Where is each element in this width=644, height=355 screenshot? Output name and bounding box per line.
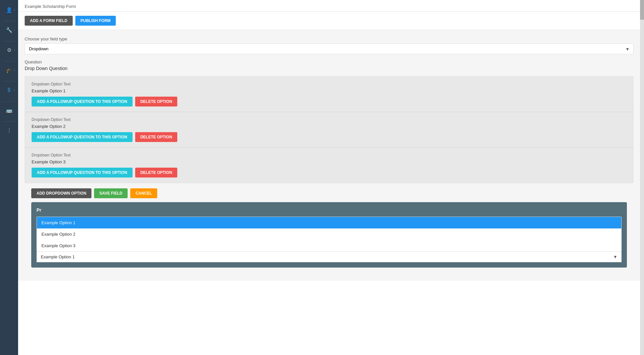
chevron-icon: ‹ (14, 68, 15, 72)
sidebar-item-person[interactable]: 👤 ‹ (3, 3, 16, 16)
preview-text: Pr (37, 207, 41, 213)
add-followup-3-button[interactable]: ADD A FOLLOWUP QUESTION TO THIS OPTION (32, 168, 133, 178)
sidebar-item-graduation[interactable]: 🎓 ‹ (3, 63, 16, 77)
add-dropdown-option-button[interactable]: ADD DROPDOWN OPTION (31, 188, 91, 198)
field-type-section: Choose your field type Dropdown ▼ (25, 36, 633, 54)
sidebar-item-bus[interactable]: 🚌 (3, 104, 16, 117)
dropdown-selected-text: Example Option 1 (41, 254, 75, 259)
option-2-actions: ADD A FOLLOWUP QUESTION TO THIS OPTION D… (32, 132, 627, 142)
dropdown-current-value[interactable]: Example Option 1 ▼ (37, 252, 622, 262)
publish-form-button[interactable]: PUBLISH FORM (75, 16, 116, 26)
dropdown-open-list: Example Option 1 Example Option 2 Exampl… (37, 217, 622, 252)
sidebar-item-grid[interactable]: ⋮ (3, 124, 16, 137)
option-3-actions: ADD A FOLLOWUP QUESTION TO THIS OPTION D… (32, 168, 627, 178)
field-type-select[interactable]: Dropdown (25, 43, 633, 54)
sidebar-divider-3 (3, 61, 15, 61)
option-block-2: Dropdown Option Text Example Option 2 AD… (25, 112, 633, 148)
add-followup-1-button[interactable]: ADD A FOLLOWUP QUESTION TO THIS OPTION (32, 97, 133, 106)
scrollbar-thumb[interactable] (640, 0, 644, 20)
page-title: Example Scholarship Form (25, 4, 76, 9)
delete-option-3-button[interactable]: DELETE OPTION (135, 168, 178, 178)
tools-icon: 🔧 (6, 27, 12, 33)
question-section: Question Drop Down Question (25, 59, 633, 71)
delete-option-1-button[interactable]: DELETE OPTION (135, 97, 178, 106)
chevron-icon: ‹ (14, 88, 15, 92)
option-block-3: Dropdown Option Text Example Option 3 AD… (25, 148, 633, 183)
add-followup-2-button[interactable]: ADD A FOLLOWUP QUESTION TO THIS OPTION (32, 132, 133, 142)
bus-icon: 🚌 (6, 107, 12, 113)
sidebar-divider-6 (3, 121, 15, 122)
form-area: Choose your field type Dropdown ▼ Questi… (18, 30, 640, 281)
preview-option-1[interactable]: Example Option 1 (37, 217, 621, 228)
grid-icon: ⋮ (7, 127, 12, 133)
option-1-text: Example Option 1 (32, 88, 627, 93)
main-content: Example Scholarship Form ADD A FORM FIEL… (18, 0, 640, 355)
settings-icon: ⚙ (7, 47, 12, 53)
option-3-field-label: Dropdown Option Text (32, 153, 627, 157)
sidebar-item-tools[interactable]: 🔧 ‹ (3, 23, 16, 36)
option-2-field-label: Dropdown Option Text (32, 117, 627, 122)
cancel-button[interactable]: CANCEL (130, 188, 157, 198)
dollar-icon: $ (8, 87, 11, 93)
dropdown-arrow-icon: ▼ (613, 254, 617, 259)
toolbar: ADD A FORM FIELD PUBLISH FORM (18, 12, 640, 30)
question-label: Question (25, 59, 633, 64)
sidebar-item-dollar[interactable]: $ ‹ (3, 83, 16, 97)
graduation-icon: 🎓 (6, 67, 12, 73)
save-field-button[interactable]: SAVE FIELD (94, 188, 128, 198)
option-1-field-label: Dropdown Option Text (32, 82, 627, 86)
person-icon: 👤 (6, 7, 12, 13)
sidebar-item-settings[interactable]: ⚙ ‹ (3, 43, 16, 57)
preview-label: Pr (37, 207, 622, 213)
scrollbar-track[interactable] (640, 0, 644, 355)
field-type-select-wrapper: Dropdown ▼ (25, 43, 633, 54)
delete-option-2-button[interactable]: DELETE OPTION (135, 132, 178, 142)
chevron-icon: ‹ (14, 8, 15, 12)
question-text: Drop Down Question (25, 66, 633, 71)
option-block-1: Dropdown Option Text Example Option 1 AD… (25, 77, 633, 112)
preview-panel: Pr Example Option 1 Example Option 2 Exa… (31, 202, 627, 268)
sidebar: 👤 ‹ 🔧 ‹ ⚙ ‹ 🎓 ‹ $ ‹ 🚌 ⋮ (0, 0, 18, 355)
sidebar-divider-4 (3, 81, 15, 82)
preview-dropdown-container: Example Option 1 Example Option 2 Exampl… (37, 217, 622, 262)
sidebar-divider-5 (3, 101, 15, 102)
options-container: Dropdown Option Text Example Option 1 AD… (25, 76, 633, 183)
field-type-label: Choose your field type (25, 36, 633, 41)
preview-option-2[interactable]: Example Option 2 (37, 228, 621, 240)
bottom-actions: ADD DROPDOWN OPTION SAVE FIELD CANCEL (25, 184, 633, 202)
page-header: Example Scholarship Form (18, 0, 640, 12)
option-3-text: Example Option 3 (32, 159, 627, 164)
option-2-text: Example Option 2 (32, 124, 627, 129)
add-form-field-button[interactable]: ADD A FORM FIELD (25, 16, 73, 26)
option-1-actions: ADD A FOLLOWUP QUESTION TO THIS OPTION D… (32, 97, 627, 106)
chevron-icon: ‹ (14, 28, 15, 32)
chevron-icon: ‹ (14, 48, 15, 52)
preview-option-3[interactable]: Example Option 3 (37, 240, 621, 251)
sidebar-divider-2 (3, 41, 15, 41)
sidebar-divider-1 (3, 21, 15, 21)
